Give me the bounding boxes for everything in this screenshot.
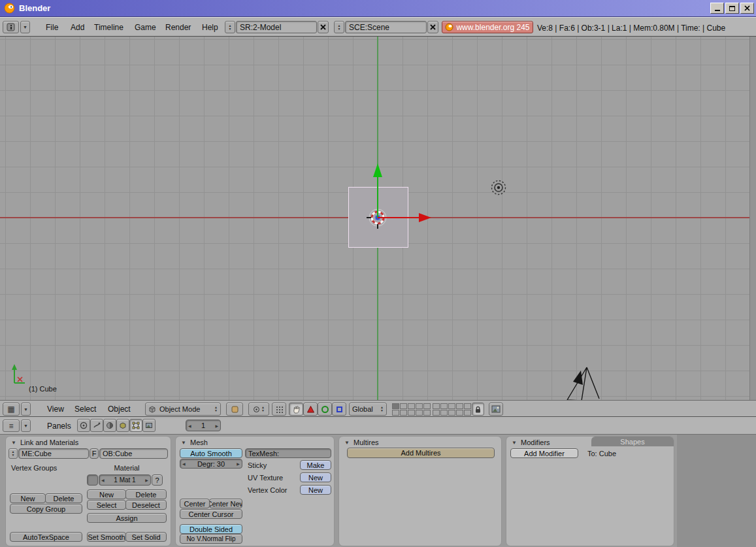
no-vnormal-flip-toggle[interactable]: No V.Normal Flip	[180, 534, 242, 544]
layer-toggle[interactable]	[448, 410, 455, 416]
scene-browse-button[interactable]: ▲▼	[334, 21, 344, 33]
layer-toggle[interactable]	[440, 410, 448, 416]
deselect-button[interactable]: Deselect	[125, 500, 167, 510]
increment-icon[interactable]: ▶	[237, 461, 240, 466]
layer-toggle[interactable]	[408, 410, 415, 416]
material-new-button[interactable]: New	[87, 489, 126, 499]
lock-layers-button[interactable]	[472, 403, 484, 416]
layer-toggle[interactable]	[456, 403, 463, 409]
layer-toggle[interactable]	[423, 410, 431, 416]
manipulator-translate-button[interactable]	[303, 403, 318, 416]
editor-type-button[interactable]: ▦	[3, 403, 20, 416]
tab-shapes[interactable]: Shapes	[591, 437, 674, 446]
panel-collapse-icon[interactable]: ▼	[11, 440, 16, 446]
layer-toggle[interactable]	[433, 403, 440, 409]
center-cursor-button[interactable]: Center Cursor	[180, 509, 242, 519]
mode-select[interactable]: Object Mode ▲▼	[145, 403, 221, 416]
screen-browse-button[interactable]: ▲▼	[225, 21, 235, 33]
context-object-button[interactable]	[116, 419, 129, 432]
menu-add[interactable]: Add	[71, 23, 84, 32]
version-link-button[interactable]: www.blender.org 245	[442, 21, 533, 33]
material-help-button[interactable]: ?	[152, 474, 163, 486]
layer-toggle[interactable]	[392, 410, 399, 416]
sticky-make-button[interactable]: Make	[300, 460, 331, 470]
mesh-browse-button[interactable]: ▲▼	[8, 448, 18, 459]
header-collapse-button[interactable]: ▼	[21, 403, 31, 416]
header-collapse-button[interactable]: ▼	[21, 420, 31, 432]
autotexspace-button[interactable]: AutoTexSpace	[10, 532, 82, 542]
layer-toggle[interactable]	[456, 410, 463, 416]
viewport-edge-scrollbar[interactable]	[749, 37, 756, 400]
panel-title[interactable]: Link and Materials	[20, 439, 78, 446]
manipulator-scale-button[interactable]	[332, 403, 346, 416]
layer-toggle[interactable]	[464, 403, 471, 409]
select-button[interactable]: Select	[87, 500, 126, 510]
texmesh-field[interactable]: TexMesh:	[245, 448, 331, 458]
lamp-object[interactable]	[492, 181, 506, 195]
auto-smooth-toggle[interactable]: Auto Smooth	[180, 448, 242, 458]
layer-toggle[interactable]	[392, 403, 399, 409]
layer-toggle[interactable]	[423, 403, 431, 409]
viewport-3d[interactable]: (1) Cube	[0, 37, 756, 400]
center-new-button[interactable]: Center New	[209, 499, 242, 508]
uv-texture-new-button[interactable]: New	[300, 472, 331, 482]
vgroup-delete-button[interactable]: Delete	[45, 493, 82, 503]
panel-collapse-icon[interactable]: ▼	[344, 440, 350, 446]
camera-object[interactable]	[567, 367, 599, 400]
fake-user-button[interactable]: F	[90, 448, 99, 459]
snap-dots-button[interactable]	[272, 403, 286, 416]
degr-number-field[interactable]: ◀ Degr: 30 ▶	[180, 459, 242, 469]
menu-view[interactable]: View	[47, 405, 64, 414]
render-preview-button[interactable]	[489, 403, 503, 416]
decrement-icon[interactable]: ◀	[182, 461, 186, 466]
double-sided-toggle[interactable]: Double Sided	[180, 524, 242, 534]
menu-panels[interactable]: Panels	[47, 422, 71, 431]
set-smooth-button[interactable]: Set Smooth	[87, 532, 126, 542]
screen-name-field[interactable]: SR:2-Model	[236, 21, 317, 33]
vgroup-new-button[interactable]: New	[10, 493, 46, 503]
increment-icon[interactable]: ▶	[145, 478, 148, 482]
context-scene-button[interactable]	[142, 419, 156, 432]
layer-toggle[interactable]	[416, 403, 423, 409]
pivot-select[interactable]: ▲▼	[248, 403, 269, 416]
menu-timeline[interactable]: Timeline	[94, 23, 123, 32]
increment-icon[interactable]: ▶	[215, 423, 218, 428]
panel-title[interactable]: Mesh	[190, 439, 208, 446]
scene-name-field[interactable]: SCE:Scene	[345, 21, 427, 33]
panel-collapse-icon[interactable]: ▼	[181, 440, 186, 446]
layer-toggle[interactable]	[416, 410, 423, 416]
editor-type-button[interactable]: ≡	[3, 420, 20, 432]
layer-toggle[interactable]	[408, 403, 415, 409]
frame-number-field[interactable]: ◀ 1 ▶	[186, 420, 221, 431]
minimize-button[interactable]	[710, 3, 724, 14]
material-delete-button[interactable]: Delete	[125, 489, 167, 499]
mesh-name-field[interactable]: ME:Cube	[18, 448, 89, 459]
panel-title[interactable]: Multires	[353, 439, 379, 446]
set-solid-button[interactable]: Set Solid	[125, 532, 167, 542]
panel-collapse-icon[interactable]: ▼	[512, 440, 517, 446]
menu-select[interactable]: Select	[74, 405, 96, 414]
manipulator-toggle-button[interactable]	[289, 403, 303, 416]
menu-file[interactable]: File	[46, 23, 58, 32]
menu-object[interactable]: Object	[108, 405, 131, 414]
close-button[interactable]	[740, 3, 754, 14]
add-modifier-button[interactable]: Add Modifier	[510, 448, 578, 458]
menu-render[interactable]: Render	[165, 23, 191, 32]
context-logic-button[interactable]	[77, 419, 90, 432]
menu-collapse-button[interactable]: ▼	[20, 21, 30, 33]
vertex-color-new-button[interactable]: New	[300, 485, 331, 495]
layer-toggle[interactable]	[400, 410, 407, 416]
maximize-button[interactable]	[725, 3, 739, 14]
add-multires-button[interactable]: Add Multires	[347, 448, 495, 458]
decrement-icon[interactable]: ◀	[101, 478, 105, 482]
material-index-field[interactable]: ◀ 1 Mat 1 ▶	[99, 474, 151, 486]
panel-title[interactable]: Modifiers	[521, 439, 550, 446]
layer-toggle[interactable]	[440, 403, 448, 409]
manipulator-rotate-button[interactable]	[318, 403, 332, 416]
layer-toggle[interactable]	[464, 410, 471, 416]
menu-game[interactable]: Game	[135, 23, 156, 32]
titlebar[interactable]: Blender	[0, 0, 756, 17]
layer-toggle[interactable]	[448, 403, 455, 409]
window-type-button[interactable]	[3, 21, 19, 33]
assign-button[interactable]: Assign	[87, 513, 167, 523]
